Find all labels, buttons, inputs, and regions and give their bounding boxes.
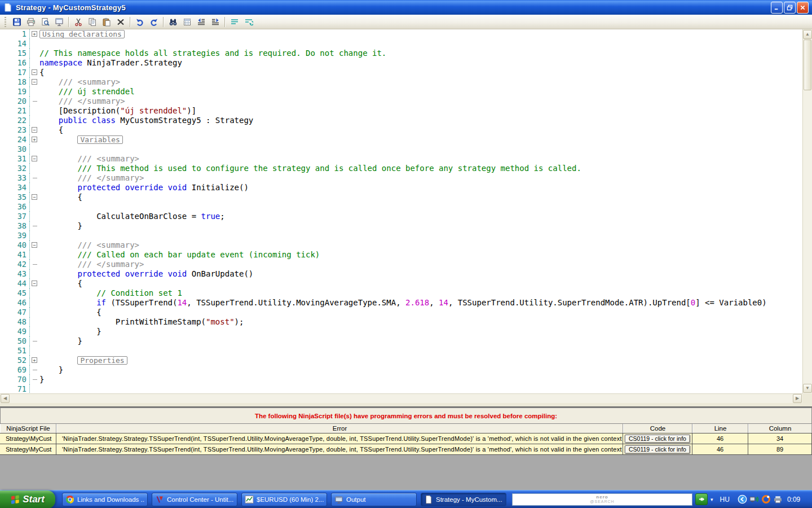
code-line: 32/// This method is used to configure t… (0, 164, 802, 173)
nero-agent-icon[interactable] (761, 494, 771, 504)
code-line: 34protected override void Initialize() (0, 183, 802, 192)
scroll-up-icon[interactable]: ▲ (803, 30, 812, 39)
insert-special-button[interactable] (180, 16, 194, 28)
taskbar-task[interactable]: Output (331, 493, 417, 506)
redo-button[interactable] (147, 16, 161, 28)
taskbar-task[interactable]: $EURUSD (60 Min) 2... (241, 493, 327, 506)
clock[interactable]: 0:09 (787, 496, 807, 503)
printer-icon[interactable] (773, 494, 783, 504)
column-header: Column (748, 424, 812, 433)
goto-line-icon (230, 17, 239, 27)
print-button[interactable] (24, 16, 38, 28)
start-button[interactable]: Start (0, 491, 55, 508)
code-line: 50} (0, 336, 802, 346)
column-header: NinjaScript File (0, 424, 56, 433)
fold-collapse-icon[interactable]: − (29, 279, 39, 288)
error-code-button[interactable]: CS0119 - click for info (625, 435, 690, 443)
minimize-button[interactable] (771, 2, 783, 14)
code-text: /// This method is used to configure the… (39, 164, 802, 173)
fold-collapse-icon[interactable]: − (29, 192, 39, 202)
fold-collapse-icon[interactable]: − (29, 125, 39, 135)
code-text: } (39, 221, 802, 231)
horizontal-scrollbar[interactable]: ◀ ▶ (0, 393, 802, 403)
volume-icon[interactable] (749, 494, 759, 504)
goto-line-button[interactable] (227, 16, 241, 28)
code-line: 38} (0, 221, 802, 231)
code-line: 43protected override void OnBarUpdate() (0, 269, 802, 279)
error-column-cell: 34 (748, 433, 812, 444)
paste-button[interactable] (99, 16, 113, 28)
taskbar-task[interactable]: Links and Downloads ... (62, 493, 148, 506)
find-button[interactable] (166, 16, 180, 28)
search-input[interactable]: nero @SEARCH (512, 493, 692, 506)
code-lines: 1+Using declarations1415// This namespac… (0, 29, 802, 393)
fold-expand-icon[interactable]: + (29, 135, 39, 144)
toolbar-separator (68, 17, 69, 27)
fold-gutter (29, 317, 39, 327)
error-column-cell: 89 (748, 444, 812, 454)
save-button[interactable] (10, 16, 24, 28)
fold-collapse-icon[interactable]: − (29, 154, 39, 164)
search-watermark-sub: @SEARCH (590, 500, 614, 504)
collapsed-region[interactable]: Properties (77, 356, 127, 365)
toolbar-grip[interactable] (5, 17, 6, 27)
fold-collapse-icon[interactable]: − (29, 240, 39, 250)
fold-gutter (29, 346, 39, 356)
line-number: 40 (0, 240, 29, 250)
search-options-caret[interactable]: ▾ (710, 497, 713, 502)
cut-icon (74, 17, 83, 27)
cut-button[interactable] (71, 16, 85, 28)
fold-gutter (29, 260, 39, 269)
line-number: 49 (0, 327, 29, 336)
scroll-right-icon[interactable]: ▶ (793, 394, 802, 403)
ninjatrader-icon (155, 495, 164, 504)
fold-gutter (29, 327, 39, 336)
collapsed-region[interactable]: Variables (77, 135, 122, 144)
fold-gutter (29, 384, 39, 393)
search-go-button[interactable] (695, 493, 708, 505)
delete-button[interactable] (113, 16, 127, 28)
taskbar-task[interactable]: Control Center - Untit... (152, 493, 237, 506)
column-header: Error (56, 424, 623, 433)
fold-expand-icon[interactable]: + (29, 356, 39, 365)
uncomment-button[interactable] (241, 16, 255, 28)
fold-collapse-icon[interactable]: − (29, 77, 39, 87)
print-preview-button[interactable] (38, 16, 52, 28)
code-line: 42/// </summary> (0, 260, 802, 269)
column-header: Code (623, 424, 692, 433)
scroll-left-icon[interactable]: ◀ (1, 394, 10, 403)
indent-button[interactable] (208, 16, 222, 28)
taskbar-task[interactable]: Strategy - MyCustom... (421, 493, 506, 506)
fold-expand-icon[interactable]: + (29, 29, 39, 39)
fold-collapse-icon[interactable]: − (29, 68, 39, 77)
error-message-cell: 'NinjaTrader.Strategy.Strategy.TSSuperTr… (56, 444, 623, 454)
vertical-scrollbar[interactable]: ▲ ▼ (802, 29, 812, 393)
code-text: [Description("új strenddel")] (39, 106, 802, 116)
hide-icons-icon[interactable] (738, 494, 747, 504)
restore-button[interactable] (784, 2, 796, 14)
output-window-button[interactable] (52, 16, 66, 28)
fold-gutter (29, 202, 39, 212)
error-code-button[interactable]: CS0119 - click for info (625, 445, 690, 454)
panel-splitter[interactable] (0, 403, 812, 408)
error-row[interactable]: Strategy\MyCust'NinjaTrader.Strategy.Str… (0, 433, 812, 444)
line-number: 15 (0, 49, 29, 58)
collapsed-region[interactable]: Using declarations (39, 30, 125, 38)
error-panel: The following NinjaScript file(s) have p… (0, 408, 812, 490)
copy-button[interactable] (85, 16, 99, 28)
undo-button[interactable] (133, 16, 147, 28)
language-indicator[interactable]: HU (720, 496, 730, 503)
error-row[interactable]: Strategy\MyCust'NinjaTrader.Strategy.Str… (0, 444, 812, 455)
code-text: { (39, 308, 802, 317)
outdent-button[interactable] (194, 16, 208, 28)
code-line: 15// This namespace holds all strategies… (0, 49, 802, 58)
vertical-scroll-thumb[interactable] (804, 40, 811, 90)
print-icon (27, 17, 36, 27)
code-editor[interactable]: 1+Using declarations1415// This namespac… (0, 29, 812, 403)
application-window: Strategy - MyCustomStrategy5 1+Using dec… (0, 0, 812, 508)
fold-gutter (29, 58, 39, 68)
error-table-body: Strategy\MyCust'NinjaTrader.Strategy.Str… (0, 433, 812, 455)
code-line: 39 (0, 231, 802, 240)
scroll-down-icon[interactable]: ▼ (803, 384, 812, 393)
close-button[interactable] (797, 2, 809, 14)
